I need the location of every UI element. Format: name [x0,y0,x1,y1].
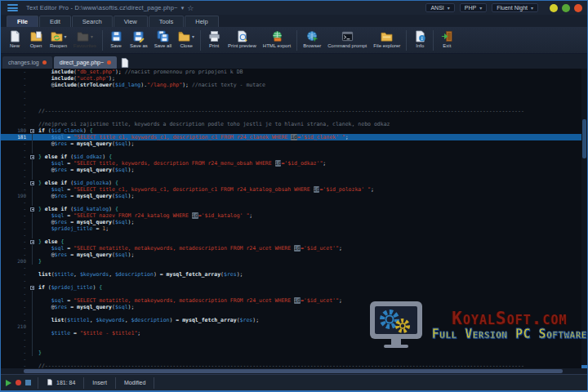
close-button[interactable]: ▾Close [175,28,198,53]
save-all-button[interactable]: Save all [151,28,175,53]
code-line[interactable]: -if ($pridej_title) { [1,284,581,291]
code-line[interactable]: - [1,291,581,297]
code-line[interactable]: - @include(strToLower($id_lang)."/lang.p… [1,82,581,88]
code-line[interactable]: - [1,147,581,154]
current-code-line[interactable]: 181 $sql = "SELECT title_c1, keywords_c1… [1,134,581,140]
browser-button[interactable]: Browser [300,28,324,53]
fold-collapse-icon[interactable] [30,207,34,212]
chevron-down-icon[interactable]: ▾ [91,33,93,39]
fold-collapse-icon[interactable] [30,155,34,159]
save-button[interactable]: Save [105,28,127,53]
code-line[interactable]: 210 [1,323,581,330]
code-line[interactable]: - [1,232,581,238]
fold-collapse-icon[interactable] [30,129,34,133]
code-line[interactable]: -} else { [1,238,581,245]
code-line[interactable]: - @$res = mysql_query($sql); [1,304,581,310]
code-line[interactable]: - $sql = "SELECT nazev FROM r24_katalog … [1,212,581,219]
print-preview-button[interactable]: Print preview [225,28,260,53]
horizontal-scrollbar[interactable] [1,368,587,374]
save-as-button[interactable]: Save as [127,28,151,53]
reopen-button[interactable]: ▾Reopen [47,28,70,53]
play-icon[interactable] [6,380,11,386]
code-line[interactable]: -list($title, $keywords, $description) =… [1,271,581,278]
code-line[interactable]: - $sql = "SELECT title, keywords, descri… [1,160,581,167]
code-line[interactable]: - $sql = "SELECT metatitle, metakeywords… [1,245,581,252]
code-line[interactable]: - [1,114,581,121]
menu-item-tools[interactable]: Tools [149,16,185,27]
menu-item-search[interactable]: Search [72,16,113,27]
code-line[interactable]: - include("db_set.php"); //nacist promen… [1,69,581,75]
code-line[interactable]: - [1,310,581,317]
code-area[interactable]: - include("db_set.php"); //nacist promen… [1,69,581,368]
new-document-button[interactable] [118,56,131,69]
chevron-down-icon[interactable]: ▾ [65,33,67,39]
title-chevron-down-icon[interactable]: ▾ [181,5,185,11]
code-line[interactable]: - $pridej_title = 1; [1,225,581,232]
code-line[interactable]: -//nejprve si zajistime title, keywords … [1,121,581,127]
vertical-scrollbar-thumb[interactable] [582,119,586,158]
horizontal-scrollbar-thumb[interactable] [24,369,563,373]
code-line[interactable]: - [1,336,581,343]
code-line[interactable]: - @$res = mysql_query($sql); [1,167,581,173]
print-button[interactable]: Print [203,28,225,53]
code-line[interactable]: -} else if ($id_polozka) { [1,180,581,186]
open-button[interactable]: Open [25,28,47,53]
fold-collapse-icon[interactable] [30,286,34,290]
code-line[interactable]: - [1,278,581,284]
code-line[interactable]: - [1,343,581,350]
chevron-down-icon[interactable]: ▾ [192,33,194,39]
code-line[interactable]: - @$res = mysql_query($sql); [1,219,581,225]
menu-item-file[interactable]: File [7,16,38,27]
code-line[interactable]: - [1,88,581,95]
close-button[interactable] [574,4,582,12]
code-line[interactable]: - $title = "$title - $title1"; [1,330,581,336]
code-line[interactable]: -} else if ($id_odkaz) { [1,154,581,160]
exit-button[interactable]: Exit [436,28,457,53]
code-line[interactable]: - [1,173,581,180]
new-button[interactable]: New [4,28,25,53]
code-editor[interactable]: - include("db_set.php"); //nacist promen… [1,69,587,368]
code-line[interactable]: - @$res = mysql_query($sql); [1,140,581,147]
code-line[interactable]: - $sql = "SELECT metatitle, metakeywords… [1,297,581,304]
code-line[interactable]: - include("ucet.php"); [1,75,581,82]
code-line[interactable]: - [1,101,581,108]
file-explorer-button[interactable]: File explorer [370,28,403,53]
document-tab-changes-log[interactable]: changes.log [2,56,52,69]
code-line[interactable]: - $sql = "SELECT title_c1, keywords_c1, … [1,186,581,193]
line-number: - [1,212,29,219]
hamburger-menu-icon[interactable] [7,4,18,11]
menu-item-help[interactable]: Help [185,16,218,27]
command-prompt-button[interactable]: Command prompt [324,28,370,53]
code-line[interactable]: 190 @$res = mysql_query($sql); [1,193,581,199]
code-line[interactable]: 200} [1,258,581,265]
html-export-button[interactable]: HTML export [260,28,294,53]
record-icon[interactable] [16,380,21,385]
code-line[interactable]: 180if ($id_clanek) { [1,127,581,134]
theme-dropdown[interactable]: Fluent Night▾ [492,3,538,12]
code-line[interactable]: -} [1,350,581,356]
code-line[interactable]: -} else if ($id_katalog) { [1,206,581,212]
code-line[interactable]: -//-------------------------------------… [1,108,581,114]
vertical-scrollbar[interactable] [581,69,587,368]
code-line[interactable]: -//-------------------------------------… [1,363,581,368]
code-line[interactable]: - [1,356,581,363]
insert-mode[interactable]: Insert [92,380,107,385]
syntax-dropdown[interactable]: PHP▾ [460,3,487,12]
menu-item-edit[interactable]: Edit [39,16,71,27]
menu-item-view[interactable]: View [114,16,148,27]
cursor-position[interactable]: 181: 84 [56,380,75,385]
code-line[interactable]: - [1,199,581,206]
code-line[interactable]: - list($title1, $keywords, $description)… [1,317,581,323]
code-line[interactable]: - [1,95,581,101]
info-button[interactable]: Info [409,28,430,53]
fold-collapse-icon[interactable] [30,240,34,244]
code-line[interactable]: - @$res = mysql_query($sql); [1,252,581,258]
stop-icon[interactable] [25,380,31,385]
fold-collapse-icon[interactable] [30,181,34,185]
code-line[interactable]: - [1,265,581,271]
encoding-dropdown[interactable]: ANSI▾ [425,3,454,12]
document-tab-direct-page-php-[interactable]: direct_page.php~ [54,56,117,69]
minimize-button[interactable] [550,4,558,12]
favourite-star-icon[interactable]: ☆ [187,4,194,12]
maximize-button[interactable] [562,4,570,12]
